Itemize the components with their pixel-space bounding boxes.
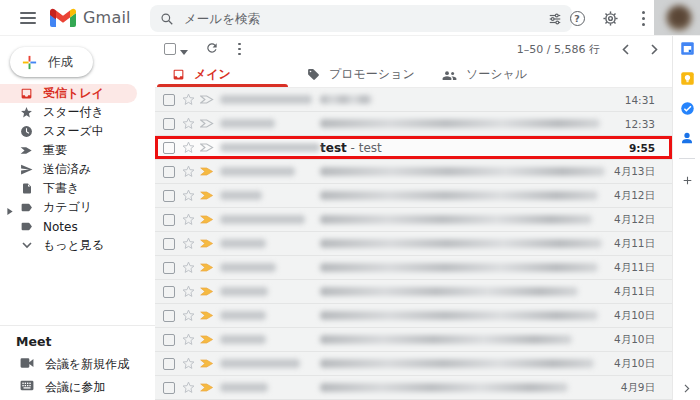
label-icon	[20, 201, 33, 214]
newer-page-icon[interactable]	[622, 40, 629, 59]
star-icon[interactable]	[182, 237, 195, 250]
email-time: 4月10日	[614, 333, 655, 347]
importance-marker[interactable]	[200, 214, 214, 225]
email-row[interactable]: 12:33	[155, 112, 672, 136]
row-checkbox[interactable]	[163, 214, 175, 226]
importance-marker[interactable]	[200, 142, 214, 153]
contacts-icon[interactable]	[673, 131, 700, 145]
new-meeting-item[interactable]: 会議を新規作成	[0, 354, 155, 374]
email-row[interactable]: 4月9日	[155, 376, 672, 400]
sidebar-item-drafts[interactable]: 下書き	[0, 179, 137, 198]
email-row[interactable]: 4月10日	[155, 304, 672, 328]
meet-divider	[0, 325, 155, 326]
star-icon[interactable]	[182, 213, 195, 226]
email-row[interactable]: 4月12日	[155, 184, 672, 208]
star-icon[interactable]	[182, 309, 195, 322]
row-checkbox[interactable]	[163, 238, 175, 250]
row-checkbox[interactable]	[163, 262, 175, 274]
calendar-icon[interactable]	[673, 41, 700, 56]
user-avatar[interactable]	[654, 0, 700, 35]
apps-grid-icon[interactable]	[632, 7, 654, 29]
star-icon[interactable]	[182, 261, 195, 274]
importance-marker[interactable]	[200, 94, 214, 105]
email-row[interactable]: 4月13日	[155, 160, 672, 184]
help-icon[interactable]: ?	[566, 7, 588, 29]
importance-marker[interactable]	[200, 166, 214, 177]
star-icon[interactable]	[182, 333, 195, 346]
hamburger-menu-icon[interactable]	[8, 0, 48, 36]
sidebar-item-important[interactable]: 重要	[0, 141, 137, 160]
star-icon	[20, 106, 33, 119]
star-icon[interactable]	[182, 165, 195, 178]
row-checkbox[interactable]	[163, 142, 175, 154]
importance-marker[interactable]	[200, 190, 214, 201]
importance-marker[interactable]	[200, 286, 214, 297]
pagination-label: 1–50 / 5,586 行	[517, 42, 600, 57]
row-checkbox[interactable]	[163, 94, 175, 106]
email-row[interactable]: 4月11日	[155, 280, 672, 304]
select-all-checkbox[interactable]	[164, 43, 176, 55]
keep-icon[interactable]	[673, 71, 700, 86]
subject-area	[320, 335, 606, 344]
star-icon[interactable]	[182, 189, 195, 202]
search-bar[interactable]	[150, 5, 572, 32]
expand-caret-icon[interactable]	[7, 204, 13, 218]
sidebar-item-inbox[interactable]: 受信トレイ	[0, 84, 137, 103]
email-row[interactable]: 14:31	[155, 88, 672, 112]
gmail-logo[interactable]: Gmail	[50, 8, 131, 28]
email-row[interactable]: test - test 9:55	[155, 136, 672, 160]
importance-marker[interactable]	[200, 358, 214, 369]
sidebar-item-categories[interactable]: カテゴリ	[0, 198, 137, 217]
tab-promotions[interactable]: プロモーション	[290, 62, 425, 87]
settings-gear-icon[interactable]	[599, 7, 621, 29]
tasks-icon[interactable]	[673, 101, 700, 116]
sidebar-item-sent[interactable]: 送信済み	[0, 160, 137, 179]
row-checkbox[interactable]	[163, 286, 175, 298]
sidebar-item-snoozed[interactable]: スヌーズ中	[0, 122, 137, 141]
star-icon[interactable]	[182, 381, 195, 394]
add-addon-plus-icon[interactable]	[673, 174, 700, 187]
keyboard-icon	[20, 380, 34, 394]
star-icon[interactable]	[182, 285, 195, 298]
search-input[interactable]	[184, 11, 548, 26]
email-time: 4月12日	[614, 213, 655, 227]
sidebar-item-more[interactable]: もっと見る	[0, 236, 137, 255]
row-checkbox[interactable]	[163, 358, 175, 370]
importance-marker[interactable]	[200, 262, 214, 273]
tab-social[interactable]: ソーシャル	[425, 62, 560, 87]
importance-marker[interactable]	[200, 382, 214, 393]
sidebar-item-starred[interactable]: スター付き	[0, 103, 137, 122]
search-options-tune-icon[interactable]	[548, 12, 562, 26]
star-icon[interactable]	[182, 93, 195, 106]
row-checkbox[interactable]	[163, 190, 175, 202]
collapse-panel-chevron-icon[interactable]	[673, 384, 700, 393]
sidebar-item-notes[interactable]: Notes	[0, 217, 137, 236]
app-title: Gmail	[83, 8, 131, 27]
compose-button[interactable]: 作成	[10, 47, 93, 77]
row-checkbox[interactable]	[163, 118, 175, 130]
email-row[interactable]: 4月12日	[155, 208, 672, 232]
row-checkbox[interactable]	[163, 310, 175, 322]
older-page-icon[interactable]	[651, 40, 658, 59]
importance-marker[interactable]	[200, 238, 214, 249]
row-checkbox[interactable]	[163, 334, 175, 346]
email-row[interactable]: 4月11日	[155, 232, 672, 256]
row-checkbox[interactable]	[163, 166, 175, 178]
importance-marker[interactable]	[200, 118, 214, 129]
tab-primary[interactable]: メイン	[155, 62, 290, 87]
importance-marker[interactable]	[200, 310, 214, 321]
refresh-icon[interactable]	[205, 40, 219, 59]
email-row[interactable]: 4月11日	[155, 256, 672, 280]
email-row[interactable]: 4月10日	[155, 328, 672, 352]
join-meeting-item[interactable]: 会議に参加	[0, 377, 155, 397]
importance-marker[interactable]	[200, 334, 214, 345]
email-row[interactable]: 4月10日	[155, 352, 672, 376]
sidebar-item-label: もっと見る	[43, 237, 104, 254]
left-sidebar: 作成 受信トレイ スター付き スヌーズ中 重要 送信済み 下書き	[0, 36, 155, 400]
star-icon[interactable]	[182, 117, 195, 130]
star-icon[interactable]	[182, 141, 195, 154]
star-icon[interactable]	[182, 357, 195, 370]
select-dropdown-icon[interactable]	[180, 40, 188, 59]
row-checkbox[interactable]	[163, 382, 175, 394]
more-options-icon[interactable]	[238, 43, 241, 56]
